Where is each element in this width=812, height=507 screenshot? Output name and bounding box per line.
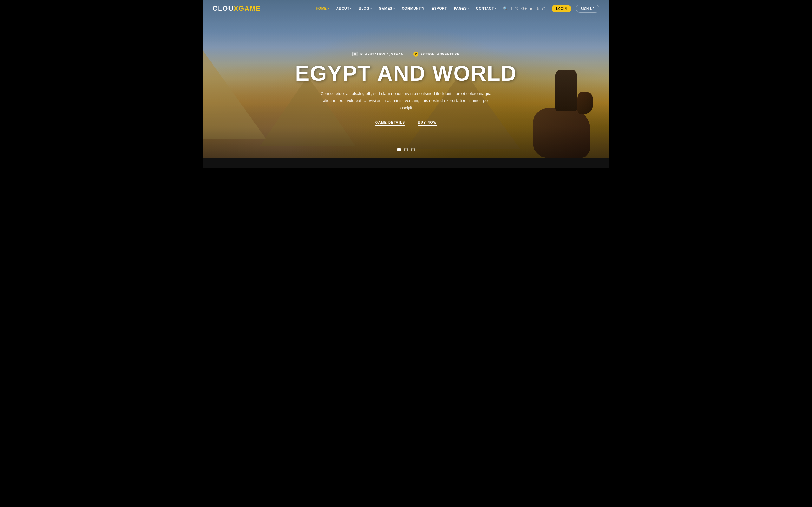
hero-meta: 🖥 PLAYSTATION 4, STEAM 🏷 ACTION, ADVENTU…: [295, 52, 517, 57]
nav-blog-chevron: ▾: [370, 7, 372, 10]
logo-game: GAME: [239, 4, 261, 12]
nav-about-label: About: [336, 6, 350, 10]
slider-dot-2[interactable]: [404, 148, 408, 152]
platform-tag: 🖥 PLAYSTATION 4, STEAM: [352, 52, 404, 56]
instagram-icon[interactable]: ◎: [536, 6, 539, 11]
slider-dots: [397, 148, 415, 152]
genre-label: ACTION, ADVENTURE: [420, 53, 460, 56]
platform-label: PLAYSTATION 4, STEAM: [360, 53, 404, 56]
nav-games-label: Games: [379, 6, 392, 10]
nav-item-pages[interactable]: Pages ▾: [454, 6, 469, 10]
nav-esport-label: eSport: [432, 6, 447, 10]
nav-community-label: Community: [402, 6, 425, 10]
slider-dot-3[interactable]: [411, 148, 415, 152]
nav-item-home[interactable]: Home ▾: [316, 6, 329, 10]
nav-item-community[interactable]: Community: [402, 6, 425, 10]
nav-pages-label: Pages: [454, 6, 467, 10]
search-icon[interactable]: 🔍: [503, 6, 508, 11]
nav-about-chevron: ▾: [350, 7, 352, 10]
nav-games-chevron: ▾: [393, 7, 395, 10]
nav-contact-label: Contact: [476, 6, 494, 10]
slider-dot-1[interactable]: [397, 148, 401, 152]
nav-home-chevron: ▾: [328, 7, 329, 10]
genre-icon: 🏷: [413, 52, 418, 57]
topbar: CLOUXGAME Home ▾ About ▾ Blog ▾ Games ▾ …: [203, 0, 609, 13]
signup-button[interactable]: SIGN UP: [576, 5, 600, 13]
facebook-icon[interactable]: f: [511, 6, 512, 11]
hero-buttons: GAME DETAILS BUY NOW: [295, 120, 517, 126]
topbar-right: 🔍 f 𝕏 G+ ▶ ◎ ⬡ LOGIN SIGN UP: [503, 5, 600, 13]
logo-x: X: [234, 4, 239, 12]
nav-home-label: Home: [316, 6, 327, 10]
twitter-icon[interactable]: 𝕏: [515, 6, 518, 11]
hero-content: 🖥 PLAYSTATION 4, STEAM 🏷 ACTION, ADVENTU…: [295, 33, 517, 125]
nav-blog-label: Blog: [359, 6, 369, 10]
nav-item-blog[interactable]: Blog ▾: [359, 6, 372, 10]
hero-description: Consectetuer adipiscing elit, sed diam n…: [317, 90, 495, 111]
platform-icon: 🖥: [352, 52, 358, 56]
logo-clou: CLOU: [212, 4, 234, 12]
buy-now-button[interactable]: BUY NOW: [418, 120, 437, 126]
logo: CLOUXGAME: [212, 4, 261, 13]
social-icons: 🔍 f 𝕏 G+ ▶ ◎ ⬡: [503, 6, 546, 11]
nav-contact-chevron: ▾: [495, 7, 496, 10]
youtube-icon[interactable]: ▶: [530, 6, 532, 11]
nav-pages-chevron: ▾: [467, 7, 469, 10]
nav-item-games[interactable]: Games ▾: [379, 6, 395, 10]
hero-section: CLOUXGAME Home ▾ About ▾ Blog ▾ Games ▾ …: [203, 0, 609, 158]
hero-title: EGYPT AND WORLD: [295, 62, 517, 84]
login-button[interactable]: LOGIN: [552, 5, 571, 12]
googleplus-icon[interactable]: G+: [521, 6, 526, 11]
twitch-icon[interactable]: ⬡: [542, 6, 545, 11]
game-details-button[interactable]: GAME DETAILS: [375, 120, 405, 126]
nav-item-esport[interactable]: eSport: [432, 6, 447, 10]
nav-item-about[interactable]: About ▾: [336, 6, 352, 10]
main-nav: Home ▾ About ▾ Blog ▾ Games ▾ Community …: [316, 6, 496, 10]
bottom-bar: [203, 158, 609, 168]
genre-tag: 🏷 ACTION, ADVENTURE: [413, 52, 460, 57]
nav-item-contact[interactable]: Contact ▾: [476, 6, 496, 10]
